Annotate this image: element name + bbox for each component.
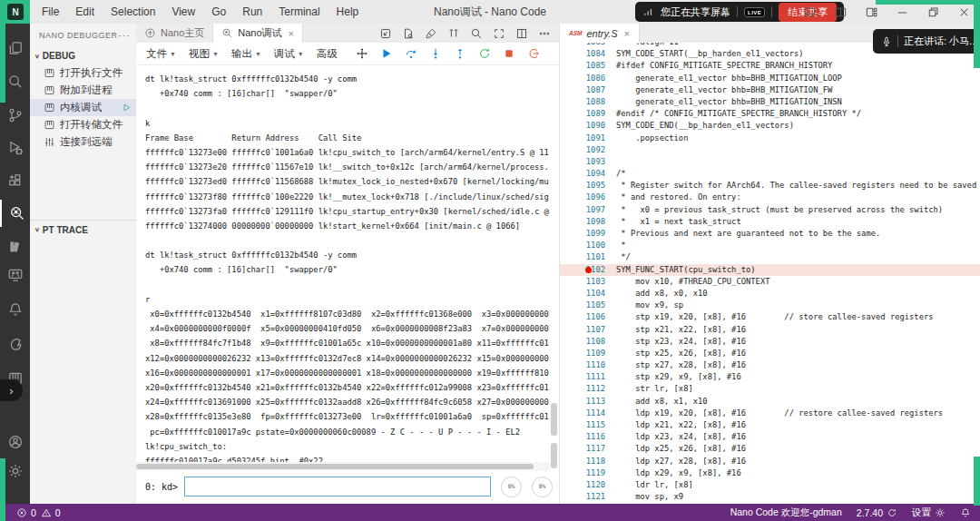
menu-file[interactable]: File	[34, 0, 67, 24]
scrollbar-thumb[interactable]	[551, 403, 557, 436]
line-number[interactable]: 1114	[560, 408, 611, 419]
sidebar-item-内核调试[interactable]: 内核调试	[30, 99, 136, 116]
scrollbar-thumb[interactable]	[136, 464, 534, 469]
line-number[interactable]: 1108	[560, 336, 611, 348]
restore-icon[interactable]	[926, 5, 940, 19]
activity-screen-share-icon[interactable]	[0, 261, 30, 289]
toolbar-menu-调试[interactable]: 调试▼	[274, 47, 304, 61]
activity-extensions-icon[interactable]	[0, 167, 30, 194]
line-number[interactable]: 1109	[560, 348, 611, 359]
line-number[interactable]: 1091	[560, 133, 611, 144]
line-number[interactable]: 1105	[560, 300, 611, 311]
sidebar-item-附加到进程[interactable]: 附加到进程	[30, 82, 136, 99]
settings-status[interactable]: 设置	[912, 506, 946, 519]
line-number[interactable]: 1086	[560, 73, 611, 84]
pin-group-icon[interactable]	[447, 27, 460, 40]
search-icon[interactable]	[470, 27, 483, 40]
line-number[interactable]: 1103	[560, 276, 611, 288]
export-icon[interactable]	[379, 27, 392, 40]
line-number[interactable]: 1104	[560, 288, 611, 300]
activity-account-icon[interactable]	[0, 428, 30, 456]
minimize-icon[interactable]	[896, 5, 909, 19]
activity-notifications-icon[interactable]	[0, 296, 30, 323]
menu-view[interactable]: View	[163, 0, 203, 24]
close-icon[interactable]	[957, 5, 971, 19]
toolbar-menu-高级[interactable]: 高级	[317, 47, 338, 61]
tab-Nano调试[interactable]: Nano调试×	[213, 24, 303, 43]
breakpoint-icon[interactable]	[585, 267, 592, 273]
bell-icon[interactable]	[960, 507, 971, 518]
line-number[interactable]: 1093	[560, 156, 611, 168]
tab-entry-s[interactable]: ASM entry.S ×	[560, 24, 640, 43]
menu-help[interactable]: Help	[328, 0, 368, 24]
line-number[interactable]: 1094	[560, 168, 611, 180]
line-number[interactable]: 1085	[560, 60, 611, 72]
disconnect-icon[interactable]	[527, 47, 540, 60]
console-vertical-scrollbar[interactable]	[551, 64, 557, 462]
step-over-icon[interactable]	[405, 47, 417, 60]
line-number[interactable]: 1099	[560, 228, 611, 240]
line-number[interactable]: 1110	[560, 359, 611, 371]
line-number[interactable]: 1119	[560, 467, 611, 479]
scrollbar-thumb[interactable]	[551, 443, 557, 468]
menu-terminal[interactable]: Terminal	[270, 0, 328, 24]
stop-icon[interactable]	[503, 47, 515, 60]
toolbar-menu-文件[interactable]: 文件▼	[146, 47, 176, 61]
toolbar-menu-输出[interactable]: 输出▼	[231, 47, 261, 61]
menu-go[interactable]: Go	[203, 0, 234, 24]
line-number[interactable]: 1112	[560, 383, 611, 395]
menu-selection[interactable]: Selection	[103, 0, 163, 24]
line-number[interactable]: 1087	[560, 84, 611, 96]
console-horizontal-scrollbar[interactable]	[136, 462, 550, 471]
line-number[interactable]: 1121	[560, 491, 611, 503]
close-icon[interactable]: ×	[623, 28, 629, 39]
line-number[interactable]: 1098	[560, 216, 611, 228]
grid-layout-icon[interactable]	[865, 5, 878, 19]
line-number[interactable]: 1113	[560, 396, 611, 408]
zoom-percent-button[interactable]: 0%	[532, 477, 553, 497]
problems-warnings[interactable]: 0	[41, 507, 61, 518]
more-actions-icon[interactable]	[538, 27, 551, 40]
activity-library-icon[interactable]	[0, 233, 30, 260]
line-number[interactable]: 1090	[560, 120, 611, 132]
line-number[interactable]: 1095	[560, 180, 611, 192]
sidebar-item-连接到远端[interactable]: 连接到远端	[30, 133, 136, 151]
panel-layout-icon[interactable]	[803, 5, 817, 19]
toolbar-menu-视图[interactable]: 视图▼	[189, 47, 219, 61]
restart-icon[interactable]	[478, 47, 491, 60]
menu-run[interactable]: Run	[234, 0, 270, 24]
split-editor-icon[interactable]	[515, 27, 528, 40]
activity-dark-horse-icon[interactable]	[0, 330, 30, 358]
line-number[interactable]: 1097	[560, 204, 611, 216]
activity-run-debug-icon[interactable]	[0, 134, 30, 162]
split-columns-icon[interactable]	[834, 5, 848, 19]
more-actions-icon[interactable]: ···	[118, 30, 131, 41]
line-number[interactable]: 1117	[560, 443, 611, 455]
line-number[interactable]: 1106	[560, 311, 611, 323]
line-number[interactable]: 1096	[560, 192, 611, 203]
line-number[interactable]: 1089	[560, 108, 611, 120]
line-number[interactable]: 1120	[560, 479, 611, 491]
menu-edit[interactable]: Edit	[67, 0, 103, 24]
code-editor[interactable]: 1083 .align 111084SYM_CODE_START(__bp_ha…	[560, 43, 980, 504]
file-search-icon[interactable]	[402, 27, 415, 40]
line-number[interactable]: 1107	[560, 324, 611, 336]
step-out-icon[interactable]	[454, 47, 466, 60]
line-number[interactable]: 1102	[560, 264, 611, 276]
tab-Nano主页[interactable]: Nano主页	[136, 24, 213, 43]
zoom-percent-button[interactable]: 0%	[501, 477, 522, 497]
continue-icon[interactable]	[380, 47, 393, 60]
brand-status[interactable]: Nano Code 欢迎您-gdman	[730, 506, 842, 519]
line-number[interactable]: 1084	[560, 48, 611, 60]
line-number[interactable]: 1101	[560, 251, 611, 263]
line-number[interactable]: 1118	[560, 456, 611, 467]
section-debug[interactable]: ∨ DEBUG	[30, 46, 136, 64]
problems-errors[interactable]: 0	[9, 507, 36, 518]
expand-panel-button[interactable]: ›	[0, 379, 23, 401]
section-pt-trace[interactable]: ∨ PT TRACE	[30, 220, 136, 239]
move-icon[interactable]	[356, 47, 368, 60]
line-number[interactable]: 1088	[560, 96, 611, 108]
step-into-icon[interactable]	[429, 47, 442, 60]
activity-nano-debugger-icon[interactable]	[0, 200, 32, 227]
sidebar-item-打开执行文件[interactable]: 打开执行文件	[30, 64, 136, 82]
